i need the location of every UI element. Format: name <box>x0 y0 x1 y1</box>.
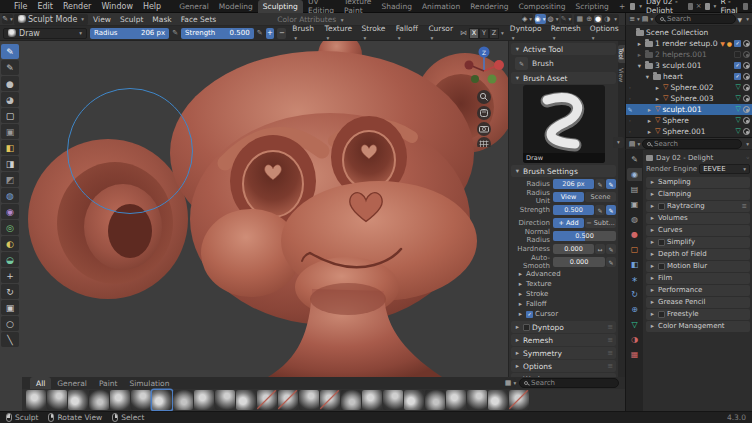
panel-sampling[interactable]: ▸Sampling <box>646 177 750 188</box>
remesh-panel-header[interactable]: ▸Remesh≡ <box>511 334 616 346</box>
tool-mask-icon[interactable]: ● <box>1 76 19 91</box>
hardness-pressure-icon[interactable]: ✎ <box>606 244 616 254</box>
shelf-tab-all[interactable]: All <box>30 377 51 389</box>
raytracing-list-icon[interactable]: ≡ <box>742 202 747 210</box>
outliner-row-sphere-003[interactable]: · ▸ ▽ Sphere.003 ▽ <box>626 93 752 104</box>
outliner-row-sphere-002[interactable]: · ▸ ▽ Sphere.002 ▽ <box>626 82 752 93</box>
expand-icon[interactable]: ▸ <box>646 106 653 114</box>
subpanel-advanced[interactable]: ▸Advanced <box>511 269 616 279</box>
annotation-icon[interactable]: ✎▾ <box>561 14 572 24</box>
panel-simplify[interactable]: ▸Simplify <box>646 237 750 248</box>
brush-thumbnail[interactable] <box>47 390 67 410</box>
navigation-gizmo[interactable]: Z <box>462 43 506 147</box>
subpanel-stroke[interactable]: ▸Stroke <box>511 289 616 299</box>
radius-pressure-toggle[interactable]: ✎ <box>606 179 616 189</box>
tool-color-filter-icon[interactable]: ◎ <box>1 220 19 235</box>
direction-subtract-button[interactable]: − Subt... <box>585 218 616 228</box>
radius-unit-scene-button[interactable]: Scene <box>585 192 616 202</box>
panel-color-management[interactable]: ▸Color Management <box>646 321 750 332</box>
properties-search-input[interactable]: Search <box>642 139 742 149</box>
hide-eye-icon[interactable] <box>743 95 750 102</box>
expand-icon[interactable]: ▸ <box>646 117 653 125</box>
tool-box-mask-icon[interactable]: ▢ <box>1 108 19 123</box>
tool-mask-by-color-icon[interactable]: ◒ <box>1 252 19 267</box>
brush-thumbnail[interactable] <box>215 390 235 410</box>
tool-edit-face-set-icon[interactable]: ◐ <box>1 236 19 251</box>
collapse-icon[interactable]: ▾ <box>636 62 643 70</box>
subpanel-texture[interactable]: ▸Texture <box>511 279 616 289</box>
shading-solid-icon[interactable]: ⊕ <box>585 15 593 23</box>
brush-thumbnail[interactable] <box>404 390 424 410</box>
brush-thumbnail[interactable] <box>467 390 487 410</box>
stroke-popover[interactable]: Stroke ▾ <box>359 24 390 42</box>
radius-unit-view-button[interactable]: View <box>553 192 584 202</box>
strength-pressure-icon[interactable]: ✎ <box>257 29 263 37</box>
shading-material-icon[interactable]: ● <box>594 15 602 23</box>
options-panel-header[interactable]: ▸Options≡ <box>511 360 616 372</box>
workspace-tab-scripting[interactable]: Scripting <box>571 0 614 13</box>
tool-draw-sharp-icon[interactable]: ✎ <box>1 60 19 75</box>
tool-rotate-icon[interactable]: ↻ <box>1 284 19 299</box>
panel-performance[interactable]: ▸Performance <box>646 285 750 296</box>
direction-add-button[interactable]: + Add <box>553 218 584 228</box>
brush-thumbnail[interactable] <box>299 390 319 410</box>
hide-eye-icon[interactable] <box>743 73 750 80</box>
falloff-popover[interactable]: Falloff ▾ <box>393 24 423 42</box>
panel-volumes[interactable]: ▸Volumes <box>646 213 750 224</box>
shelf-display-mode-icon[interactable]: ▦▾ <box>505 378 516 388</box>
shelf-search-input[interactable]: Search <box>519 378 619 388</box>
properties-tab-physics-icon[interactable]: ↻ <box>627 288 642 301</box>
brush-thumbnail[interactable] <box>236 390 256 410</box>
properties-tab-constraints-icon[interactable]: ⊕ <box>627 303 642 316</box>
brush-asset-panel-header[interactable]: ▾Brush Asset <box>511 72 616 84</box>
properties-editor-icon[interactable]: ▤▾ <box>629 139 640 149</box>
tool-mesh-filter-icon[interactable]: ◍ <box>1 188 19 203</box>
outliner-search-input[interactable]: Search <box>655 14 736 24</box>
mode-selector[interactable]: Sculpt Mode ▾ <box>14 14 88 25</box>
menu-render[interactable]: Render <box>58 2 96 11</box>
brush-thumbnail[interactable] <box>257 390 277 410</box>
shading-dropdown-icon[interactable]: ▾ <box>614 16 617 22</box>
hide-eye-icon[interactable] <box>743 117 750 124</box>
radius-slider[interactable]: Radius206 px <box>90 28 169 39</box>
filter-dropdown-icon[interactable]: ▾ <box>746 16 749 22</box>
panel-checkbox[interactable] <box>658 203 665 210</box>
brush-popover[interactable]: Brush ▾ <box>289 24 318 42</box>
menu-help[interactable]: Help <box>138 2 166 11</box>
brush-thumbnail[interactable] <box>509 390 529 410</box>
panel-raytracing[interactable]: ▸Raytracing≡ <box>646 201 750 212</box>
render-engine-select[interactable]: EEVEE▾ <box>699 164 750 174</box>
normal-radius-slider[interactable]: 0.500 <box>553 231 616 241</box>
panel-depth-of-field[interactable]: ▸Depth of Field <box>646 249 750 260</box>
menu-sculpt[interactable]: Sculpt <box>116 15 147 24</box>
brush-thumbnail[interactable] <box>68 390 88 410</box>
auto-smooth-pressure-icon[interactable]: ✎ <box>606 257 616 267</box>
workspace-tab-rendering[interactable]: Rendering <box>465 0 513 13</box>
radius-eyedropper-icon[interactable]: ✎ <box>595 179 605 189</box>
menu-mask[interactable]: Mask <box>148 15 175 24</box>
properties-tab-material-icon[interactable]: ◑ <box>627 333 642 346</box>
shading-rendered-icon[interactable]: ◑ <box>603 15 611 23</box>
radius-pressure-icon[interactable]: ✎ <box>172 29 178 37</box>
dyntopo-panel-header[interactable]: ▸Dyntopo≡ <box>511 321 616 333</box>
outliner-row-sculpt-collection[interactable]: ▾ 3 sculpt.001 ✓ <box>626 60 752 71</box>
collection-checkbox[interactable]: ✓ <box>734 40 741 47</box>
expand-icon[interactable]: ▸ <box>636 40 643 48</box>
properties-tab-particles-icon[interactable]: ∗ <box>627 273 642 286</box>
brush-thumbnail[interactable] <box>131 390 151 410</box>
outliner-display-mode-icon[interactable]: ▤▾ <box>642 14 653 24</box>
overlays-toggle-icon[interactable]: ◉▾ <box>535 14 546 24</box>
brush-asset-preview[interactable]: Draw <box>523 85 605 163</box>
panel-curves[interactable]: ▸Curves <box>646 225 750 236</box>
add-workspace-button[interactable]: + <box>614 0 630 13</box>
brush-thumbnail[interactable] <box>173 390 193 410</box>
expand-icon[interactable]: ▸ <box>654 95 661 103</box>
xray-toggle-icon[interactable]: ◍▾ <box>548 14 559 24</box>
brush-thumbnail[interactable] <box>26 390 46 410</box>
properties-tab-texture-icon[interactable]: ▦ <box>627 348 642 361</box>
panel-checkbox[interactable] <box>658 263 665 270</box>
properties-tab-view-layer-icon[interactable]: ▣ <box>627 198 642 211</box>
hide-eye-icon[interactable] <box>743 62 750 69</box>
tool-cloth-filter-icon[interactable]: ◉ <box>1 204 19 219</box>
dyntopo-popover[interactable]: Dyntopo ▾ <box>507 24 545 42</box>
